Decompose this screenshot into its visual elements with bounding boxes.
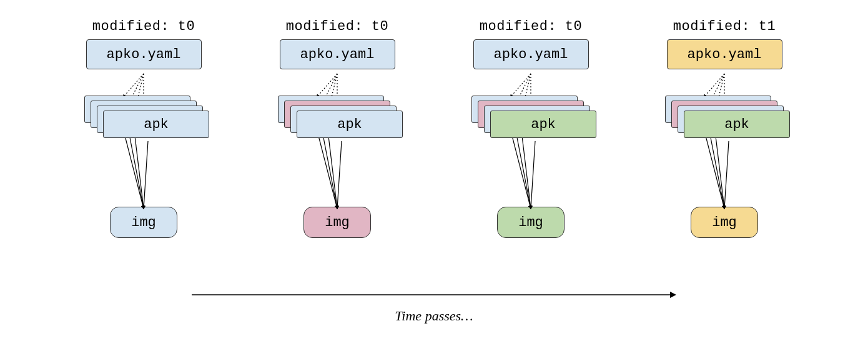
modified-label: modified: t0 <box>480 19 582 34</box>
svg-line-5 <box>129 131 144 209</box>
svg-line-29 <box>709 131 724 209</box>
apk-stack: apk <box>278 96 397 138</box>
apk-stack: apk <box>84 96 203 138</box>
apk-front: apk <box>490 111 596 138</box>
svg-line-16 <box>510 74 531 97</box>
apk-front: apk <box>103 111 209 138</box>
svg-line-8 <box>317 74 337 97</box>
svg-line-20 <box>510 126 531 209</box>
apk-stack: apk <box>665 96 784 138</box>
apk-front: apk <box>297 111 403 138</box>
modified-label: modified: t0 <box>286 19 388 34</box>
diagram-column: modified: t0apko.yamlapkimg <box>269 19 406 238</box>
svg-line-28 <box>703 126 724 209</box>
img-box: img <box>691 207 758 238</box>
svg-line-0 <box>123 74 144 97</box>
diagram-column: modified: t1apko.yamlapkimg <box>656 19 793 238</box>
svg-line-4 <box>122 126 144 209</box>
diagram-column: modified: t0apko.yamlapkimg <box>462 19 599 238</box>
svg-line-14 <box>328 136 337 209</box>
svg-line-23 <box>531 141 535 209</box>
svg-line-30 <box>716 136 724 209</box>
yaml-box: apko.yaml <box>473 39 589 69</box>
modified-label: modified: t1 <box>673 19 776 34</box>
timeline: Time passes… <box>190 289 678 324</box>
yaml-box: apko.yaml <box>280 39 395 69</box>
yaml-box: apko.yaml <box>667 39 782 69</box>
yaml-box: apko.yaml <box>86 39 202 69</box>
diagram-column: modified: t0apko.yamlapkimg <box>75 19 212 238</box>
svg-line-7 <box>144 141 148 209</box>
svg-line-21 <box>516 131 531 209</box>
svg-line-12 <box>316 126 337 209</box>
diagram-columns: modified: t0apko.yamlapkimgmodified: t0a… <box>0 0 868 238</box>
svg-line-15 <box>337 141 342 209</box>
svg-line-13 <box>322 131 337 209</box>
svg-line-31 <box>724 141 729 209</box>
img-box: img <box>303 207 371 238</box>
img-box: img <box>110 207 177 238</box>
timeline-arrow <box>190 289 678 301</box>
svg-line-22 <box>522 136 531 209</box>
apk-front: apk <box>684 111 790 138</box>
apk-stack: apk <box>471 96 590 138</box>
modified-label: modified: t0 <box>92 19 195 34</box>
img-box: img <box>497 207 565 238</box>
svg-line-6 <box>135 136 144 209</box>
svg-line-24 <box>704 74 724 97</box>
timeline-label: Time passes… <box>190 308 678 324</box>
